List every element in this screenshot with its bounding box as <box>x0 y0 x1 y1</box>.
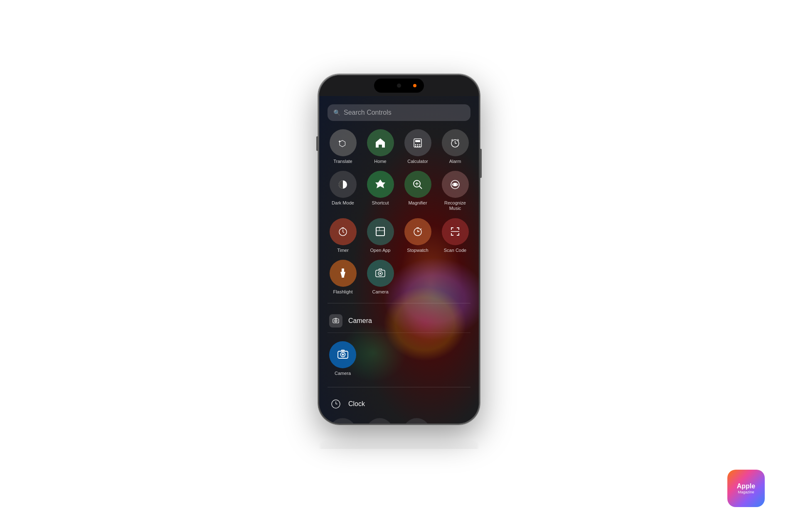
stopwatch-bottom-icon-bg[interactable] <box>366 418 393 424</box>
timer-label: Timer <box>337 248 349 253</box>
svg-marker-30 <box>340 272 345 276</box>
dynamic-island <box>374 79 424 93</box>
camera-list-label: Camera <box>348 317 372 325</box>
stopwatch-icon-bg <box>404 218 431 245</box>
open-app-icon-bg <box>367 218 394 245</box>
svg-point-5 <box>417 144 419 145</box>
phone-wrapper: 🔍 Search Controls ⬡ ✦ Translate <box>318 74 480 458</box>
control-alarm[interactable]: Alarm <box>440 129 470 164</box>
control-calculator[interactable]: Calculator <box>402 129 433 164</box>
home-label: Home <box>374 159 386 164</box>
svg-rect-31 <box>342 276 344 278</box>
svg-point-7 <box>415 145 416 147</box>
svg-point-4 <box>415 144 416 145</box>
svg-point-9 <box>419 145 421 147</box>
svg-point-34 <box>379 273 381 274</box>
clock-header-item[interactable]: Clock <box>328 393 470 415</box>
bottom-clock-row <box>328 415 470 424</box>
camera-list-item[interactable]: Camera <box>328 309 470 333</box>
svg-rect-24 <box>376 227 384 236</box>
control-timer[interactable]: Timer <box>328 218 358 253</box>
selected-camera-icon-bg <box>329 341 356 368</box>
control-home[interactable]: Home <box>365 129 396 164</box>
alarm-label: Alarm <box>449 159 461 164</box>
section-divider-2 <box>328 387 470 387</box>
control-scan-code[interactable]: Scan Code <box>440 218 470 253</box>
camera-list-section: Camera <box>328 309 470 333</box>
apple-magazine-magazine: Magazine <box>738 490 754 494</box>
dark-mode-label: Dark Mode <box>332 200 354 206</box>
control-recognize-music[interactable]: Recognize Music <box>440 171 470 211</box>
selected-camera-label: Camera <box>335 371 351 376</box>
clock-section: Clock <box>328 393 470 424</box>
orange-dot <box>413 84 416 87</box>
timer-bottom-icon-bg[interactable] <box>403 418 430 424</box>
open-app-label: Open App <box>370 248 391 253</box>
home-icon-bg <box>367 129 394 156</box>
control-flashlight[interactable]: Flashlight <box>328 260 358 295</box>
calculator-label: Calculator <box>407 159 428 164</box>
section-divider-1 <box>328 303 470 303</box>
apple-magazine-logo: Apple Magazine <box>727 470 765 507</box>
control-open-app[interactable]: Open App <box>365 218 396 253</box>
camera-icon-bg <box>367 260 394 287</box>
magnifier-icon-bg <box>404 171 431 198</box>
control-stopwatch[interactable]: Stopwatch <box>402 218 433 253</box>
svg-text:✦: ✦ <box>338 139 341 144</box>
phone-top-bar <box>319 75 479 96</box>
scan-code-label: Scan Code <box>444 248 466 253</box>
phone-outer: 🔍 Search Controls ⬡ ✦ Translate <box>318 74 480 425</box>
search-icon: 🔍 <box>333 109 340 116</box>
svg-line-15 <box>419 186 422 189</box>
svg-point-40 <box>342 354 344 356</box>
selected-camera-section: Camera <box>328 336 470 381</box>
svg-rect-3 <box>415 140 420 142</box>
clock-icon <box>329 397 342 411</box>
recognize-music-label: Recognize Music <box>440 200 470 211</box>
translate-icon-bg: ⬡ ✦ <box>330 129 357 156</box>
control-magnifier[interactable]: Magnifier <box>402 171 433 211</box>
magnifier-label: Magnifier <box>408 200 427 206</box>
control-shortcut[interactable]: Shortcut <box>365 171 396 211</box>
flashlight-label: Flashlight <box>333 289 352 295</box>
svg-point-6 <box>419 144 421 145</box>
flashlight-icon-bg <box>330 260 357 287</box>
svg-point-37 <box>335 320 336 321</box>
scroll-area[interactable]: 🔍 Search Controls ⬡ ✦ Translate <box>319 96 479 424</box>
controls-grid: ⬡ ✦ Translate Home <box>328 129 470 295</box>
camera-list-icon <box>329 314 342 328</box>
dark-mode-icon-bg <box>330 171 357 198</box>
svg-rect-29 <box>342 268 344 272</box>
svg-line-22 <box>343 232 344 233</box>
phone-inner: 🔍 Search Controls ⬡ ✦ Translate <box>319 75 479 424</box>
timer-icon-bg <box>330 218 357 245</box>
stopwatch-label: Stopwatch <box>407 248 428 253</box>
alarm-icon-bg <box>442 129 469 156</box>
alarm-bottom-icon-bg[interactable] <box>329 418 356 424</box>
search-placeholder: Search Controls <box>344 109 392 116</box>
camera-indicator <box>397 84 401 88</box>
clock-header-label: Clock <box>348 400 365 408</box>
scan-code-icon-bg <box>442 218 469 245</box>
control-translate[interactable]: ⬡ ✦ Translate <box>328 129 358 164</box>
control-dark-mode[interactable]: Dark Mode <box>328 171 358 211</box>
svg-point-8 <box>417 145 419 147</box>
apple-magazine-apple: Apple <box>737 483 755 490</box>
shortcut-label: Shortcut <box>372 200 389 206</box>
recognize-music-icon-bg <box>442 171 469 198</box>
calculator-icon-bg <box>404 129 431 156</box>
camera-label: Camera <box>372 289 388 295</box>
control-camera[interactable]: Camera <box>365 260 396 295</box>
shortcut-icon-bg <box>367 171 394 198</box>
selected-camera-item[interactable]: Camera <box>329 341 356 376</box>
search-bar[interactable]: 🔍 Search Controls <box>328 104 470 121</box>
phone-reflection <box>320 439 478 449</box>
translate-label: Translate <box>333 159 352 164</box>
